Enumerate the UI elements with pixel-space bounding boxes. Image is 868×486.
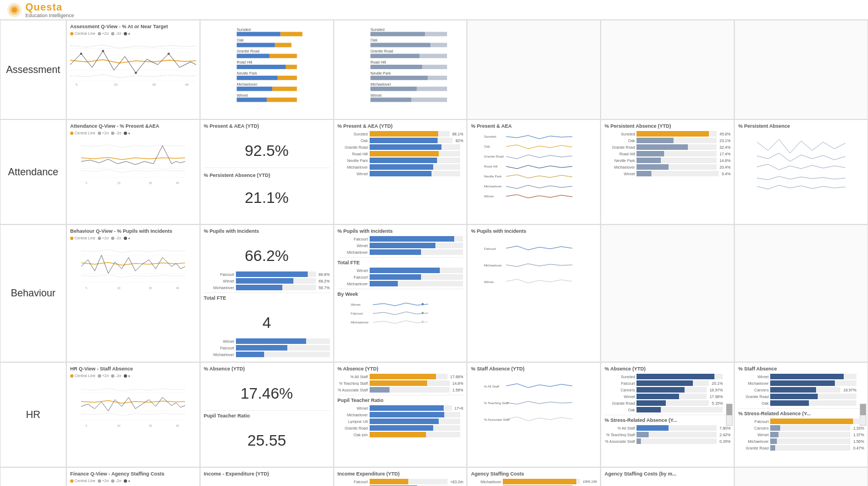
svg-text:Wirnet: Wirnet: [370, 93, 381, 97]
logo: Questa Education Intelligence: [7, 2, 74, 18]
hr-absence-ytd2-cell: % Absence (YTD) Sunsted Falcourt 20.1% C…: [601, 362, 734, 467]
logo-name: Questa: [25, 2, 62, 13]
behaviour-pupils-lines: Falcourt Michaelover Wirnet: [471, 236, 597, 313]
svg-text:Road Hill: Road Hill: [236, 60, 252, 64]
svg-text:30: 30: [149, 287, 152, 290]
svg-point-2: [12, 7, 17, 13]
svg-rect-52: [370, 87, 417, 91]
row-label-hr: HR: [0, 362, 66, 467]
assessment-empty3: [734, 20, 868, 119]
svg-text:30: 30: [149, 182, 152, 185]
svg-text:40: 40: [176, 287, 180, 290]
svg-rect-34: [236, 97, 266, 102]
behaviour-numbers-cell: % Pupils with Incidents 66.2% Falcourt 8…: [200, 224, 334, 362]
svg-text:40: 40: [185, 83, 189, 86]
att-bar-neville: Neville Park: [338, 158, 464, 163]
svg-point-83: [422, 312, 424, 314]
svg-rect-53: [417, 87, 446, 91]
row-label-assessment: Assessment: [0, 20, 66, 119]
svg-text:Neville Park: Neville Park: [370, 71, 391, 75]
attendance-present-lines: Sunsted Oak Granite Road Road Hill Nevil…: [471, 131, 597, 208]
svg-text:Michaelover: Michaelover: [236, 82, 257, 86]
assessment-empty1: [467, 20, 601, 119]
hr-qview-cell: HR Q-View - Staff Absence Central Line +…: [66, 362, 200, 467]
behaviour-pupils-line-cell: % Pupils with Incidents Falcourt Michael…: [467, 224, 601, 362]
svg-rect-37: [370, 32, 425, 36]
row-label-behaviour: Behaviour: [0, 224, 66, 362]
svg-text:Wirnet: Wirnet: [484, 280, 494, 284]
svg-text:Michaelover: Michaelover: [351, 321, 369, 324]
svg-text:Sunsted: Sunsted: [484, 135, 496, 138]
attendance-persistent-value: 21.1%: [204, 178, 330, 212]
attendance-persistent-lines-title: % Persistent Absence: [738, 123, 864, 129]
finance-qview-cell: Finance Q-View - Agency Staffing Costs C…: [66, 467, 200, 486]
assessment-qview-cell: Assessment Q-View - % At or Near Target …: [66, 20, 200, 119]
svg-rect-50: [428, 76, 447, 80]
assessment-line-chart: 5 20 30 40: [70, 37, 196, 87]
svg-rect-16: [236, 32, 280, 36]
finance-empty1: [734, 467, 868, 486]
svg-rect-40: [370, 43, 430, 47]
svg-text:Neville Park: Neville Park: [236, 71, 257, 75]
svg-rect-26: [286, 65, 297, 69]
svg-text:Wirnet: Wirnet: [236, 93, 248, 97]
svg-text:Oak: Oak: [484, 145, 491, 148]
svg-text:5: 5: [86, 287, 87, 290]
svg-point-85: [422, 321, 424, 323]
svg-text:Falcourt: Falcourt: [484, 247, 496, 250]
svg-text:5: 5: [86, 182, 87, 185]
attendance-present-line-title: % Present & AEA: [471, 123, 597, 129]
svg-text:Michaelover: Michaelover: [370, 82, 391, 86]
svg-text:20: 20: [114, 83, 118, 86]
svg-text:Road Hill: Road Hill: [370, 60, 386, 64]
behaviour-empty1: [601, 224, 734, 362]
svg-rect-31: [236, 87, 272, 91]
finance-income-value: 19,496,785.51: [204, 479, 330, 486]
assessment-multi-bar-chart: Sunsted Oak Granite Road Road Hill Nevil…: [204, 24, 330, 112]
svg-rect-29: [278, 76, 297, 80]
behaviour-fte-value: 4: [204, 303, 330, 337]
hr-qview-title: HR Q-View - Staff Absence: [70, 366, 196, 372]
finance-agency-month-lines: Wirnet Michaelover Lympne Hill Canvers G…: [604, 479, 730, 486]
hr-staff-absence-cell: % Staff Absence (YTD) % All Staff % Teac…: [467, 362, 601, 467]
attendance-qview-cell: Attendance Q-View - % Present &AEA Centr…: [66, 119, 200, 224]
svg-rect-23: [270, 54, 297, 58]
assessment-empty2: [601, 20, 734, 119]
svg-text:Granite Road: Granite Road: [370, 49, 393, 53]
svg-point-9: [135, 72, 137, 74]
svg-rect-46: [370, 65, 422, 69]
svg-point-81: [422, 303, 424, 305]
hr-staff-absence-lines: % All Staff % Teaching Staff % Associate…: [471, 374, 597, 451]
svg-text:30: 30: [152, 83, 156, 86]
assessment-qview-title: Assessment Q-View - % At or Near Target: [70, 24, 196, 29]
svg-rect-32: [272, 87, 297, 91]
att-bar-oak: Oak 82%: [338, 138, 464, 143]
svg-rect-41: [430, 43, 447, 47]
assessment-bar3-chart: Sunsted Oak Granite Road Road Hill Nevil…: [338, 24, 464, 112]
assessment-qview-legend: Central Line +2σ -2σ ●: [70, 32, 196, 35]
svg-text:Sunsted: Sunsted: [370, 28, 385, 32]
finance-agency-month-cell: Agency Staffing Costs (by m... Wirnet Mi…: [601, 467, 734, 486]
dashboard-grid: Assessment Assessment Q-View - % At or N…: [0, 20, 868, 486]
attendance-persistent-lines: [738, 131, 864, 208]
svg-text:Sunsted: Sunsted: [236, 28, 251, 32]
att-bar-sunsted: Sunsted 86.1%: [338, 131, 464, 137]
svg-text:Wirnet: Wirnet: [351, 303, 361, 306]
attendance-present-title: % Present & AEA (YTD): [204, 123, 330, 129]
attendance-present-ytd-title: % Present & AEA (YTD): [338, 123, 464, 129]
svg-text:Falcourt: Falcourt: [351, 312, 363, 315]
hr-numbers-cell: % Absence (YTD) 17.46% Pupil Teacher Rat…: [200, 362, 334, 467]
svg-rect-35: [267, 97, 297, 102]
attendance-persistent-ytd-cell: % Persistent Absence (YTD) Sunsted 45.8%…: [601, 119, 734, 224]
behaviour-pupils-bar-cell: % Pupils with Incidents Falcourt Wirnet …: [334, 224, 467, 362]
svg-rect-28: [236, 76, 277, 80]
svg-text:20: 20: [117, 287, 120, 290]
svg-point-10: [167, 53, 170, 55]
svg-text:Neville Park: Neville Park: [484, 175, 502, 178]
hr-absence-value: 17.46%: [204, 374, 330, 408]
attendance-line-chart: 5 15 30 40: [70, 137, 196, 186]
behaviour-incidents-value: 66.2%: [204, 236, 330, 270]
att-bar-granite: Granite Road: [338, 144, 464, 150]
svg-text:Michaelover: Michaelover: [484, 264, 502, 267]
svg-text:Road Hill: Road Hill: [484, 165, 497, 168]
